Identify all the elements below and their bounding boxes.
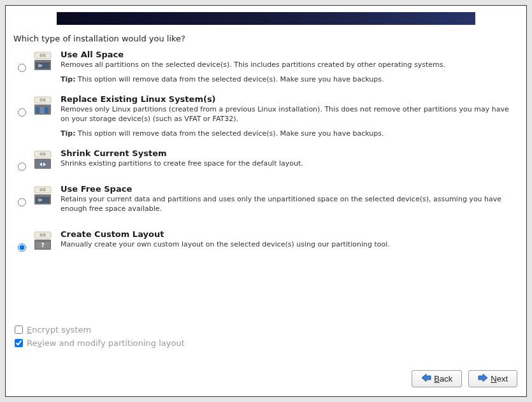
option-radio[interactable]: [18, 162, 26, 171]
nav-buttons: Back Next: [412, 370, 517, 387]
arrow-right-icon: [478, 373, 488, 384]
option-description: Retains your current data and partitions…: [61, 195, 519, 214]
option-description: Manually create your own custom layout o…: [61, 240, 519, 250]
option-icon: OS: [30, 48, 55, 71]
option-description: Shrinks existing partitions to create fr…: [61, 159, 519, 169]
option-use-all[interactable]: OSUse All SpaceRemoves all partitions on…: [13, 48, 519, 84]
option-radio[interactable]: [18, 64, 26, 72]
option-shrink[interactable]: OSShrink Current SystemShrinks existing …: [13, 147, 519, 174]
option-replace[interactable]: OSReplace Existing Linux System(s)Remove…: [13, 93, 519, 138]
svg-text:OS: OS: [40, 97, 45, 102]
option-title: Create Custom Layout: [61, 229, 519, 239]
option-description: Removes all partitions on the selected d…: [61, 61, 519, 70]
svg-rect-10: [45, 107, 48, 113]
installation-prompt: Which type of installation would you lik…: [6, 31, 526, 48]
option-icon: OS: [30, 93, 55, 116]
svg-text:OS: OS: [40, 152, 45, 156]
svg-rect-14: [36, 161, 50, 168]
svg-rect-8: [36, 107, 40, 113]
option-radio[interactable]: [18, 243, 26, 252]
option-icon: OS?: [30, 228, 55, 251]
option-tip: Tip: This option will remove data from t…: [61, 129, 519, 138]
option-radio[interactable]: [18, 108, 26, 117]
extra-options: Encrypt system Review and modify partiti…: [15, 325, 185, 352]
header-banner: [57, 12, 475, 25]
svg-marker-28: [478, 374, 487, 382]
option-icon: OS: [30, 183, 55, 206]
option-tip: Tip: This option will remove data from t…: [61, 75, 519, 84]
option-title: Use All Space: [61, 50, 519, 59]
encrypt-system-checkbox[interactable]: Encrypt system: [15, 325, 185, 334]
next-button[interactable]: Next: [468, 370, 517, 387]
option-title: Shrink Current System: [61, 148, 519, 158]
option-custom[interactable]: OS?Create Custom LayoutManually create y…: [13, 228, 519, 255]
svg-text:OS: OS: [40, 53, 45, 57]
svg-text:?: ?: [41, 242, 44, 248]
svg-text:OS: OS: [40, 187, 45, 192]
option-description: Removes only Linux partitions (created f…: [61, 105, 519, 124]
encrypt-checkbox-input[interactable]: [15, 326, 23, 334]
option-title: Use Free Space: [61, 184, 519, 194]
option-radio[interactable]: [18, 198, 26, 206]
arrow-left-icon: [421, 373, 431, 384]
installation-options: OSUse All SpaceRemoves all partitions on…: [6, 48, 526, 255]
review-checkbox-input[interactable]: [15, 339, 23, 347]
option-title: Replace Existing Linux System(s): [61, 94, 519, 104]
option-free-space[interactable]: OSUse Free SpaceRetains your current dat…: [13, 183, 519, 219]
installer-window: Which type of installation would you lik…: [5, 5, 527, 397]
option-icon: OS: [30, 147, 55, 170]
svg-rect-9: [40, 107, 44, 113]
svg-text:OS: OS: [40, 233, 45, 237]
svg-marker-27: [422, 374, 431, 382]
review-layout-checkbox[interactable]: Review and modify partitioning layout: [15, 338, 185, 348]
back-button[interactable]: Back: [412, 370, 462, 387]
